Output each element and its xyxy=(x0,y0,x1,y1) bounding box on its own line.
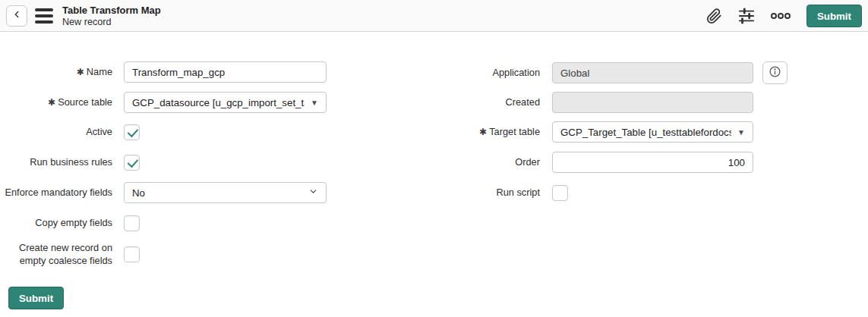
order-input[interactable] xyxy=(552,152,753,173)
table-transform-map-form: Table Transform Map New record Submit xyxy=(0,0,868,317)
field-row-application: Application xyxy=(425,61,788,84)
created-input xyxy=(552,92,753,113)
mandatory-icon: ✱ xyxy=(77,67,84,77)
field-row-order: Order xyxy=(425,152,753,173)
mandatory-icon: ✱ xyxy=(48,97,55,108)
create-new-record-checkbox[interactable] xyxy=(124,246,140,262)
mandatory-icon: ✱ xyxy=(479,127,487,137)
enforce-mandatory-fields-value: No xyxy=(132,187,145,199)
page-title: Table Transform Map xyxy=(62,5,161,17)
copy-empty-fields-label: Copy empty fields xyxy=(0,216,112,229)
field-row-enforce-mandatory-fields: Enforce mandatory fields No xyxy=(0,182,327,203)
header-title-block: Table Transform Map New record xyxy=(62,5,161,28)
application-info-button[interactable] xyxy=(762,61,788,84)
field-row-copy-empty-fields: Copy empty fields xyxy=(0,212,140,234)
dropdown-arrow-icon: ▼ xyxy=(737,128,745,137)
back-button[interactable] xyxy=(6,5,27,27)
field-row-active: Active xyxy=(0,121,140,143)
copy-empty-fields-checkbox[interactable] xyxy=(124,215,140,231)
chevron-down-icon xyxy=(308,186,318,199)
chevron-left-icon xyxy=(11,9,22,23)
enforce-mandatory-fields-label: Enforce mandatory fields xyxy=(0,186,112,199)
run-business-rules-label: Run business rules xyxy=(0,155,112,168)
target-table-select[interactable]: GCP_Target_Table [u_testtablefordocs] ▼ xyxy=(552,121,753,143)
application-label: Application xyxy=(425,66,540,79)
active-checkbox[interactable] xyxy=(124,124,140,140)
field-row-target-table: ✱Target table GCP_Target_Table [u_testta… xyxy=(425,121,753,143)
field-row-create-new-record: Create new record on empty coalesce fiel… xyxy=(0,241,140,268)
source-table-value: GCP_datasource [u_gcp_import_set_ta... xyxy=(132,97,305,108)
submit-button-footer[interactable]: Submit xyxy=(8,287,64,309)
created-label: Created xyxy=(425,96,540,108)
field-row-run-script: Run script xyxy=(425,182,568,203)
dropdown-arrow-icon: ▼ xyxy=(311,99,318,107)
source-table-select[interactable]: GCP_datasource [u_gcp_import_set_ta... ▼ xyxy=(124,92,327,113)
field-row-source-table: ✱Source table GCP_datasource [u_gcp_impo… xyxy=(0,92,327,113)
submit-button-header[interactable]: Submit xyxy=(806,5,862,27)
create-new-record-label: Create new record on empty coalesce fiel… xyxy=(0,241,112,268)
order-label: Order xyxy=(425,155,540,168)
attachment-paperclip-icon[interactable] xyxy=(706,8,722,24)
run-business-rules-checkbox[interactable] xyxy=(124,155,140,171)
target-table-value: GCP_Target_Table [u_testtablefordocs] xyxy=(560,127,731,138)
run-script-checkbox[interactable] xyxy=(552,185,568,201)
footer: Submit xyxy=(8,287,64,309)
field-row-name: ✱Name xyxy=(0,61,327,83)
personalize-form-sliders-icon[interactable] xyxy=(738,8,755,24)
context-menu-icon[interactable] xyxy=(35,8,53,24)
form-header: Table Transform Map New record Submit xyxy=(0,0,868,32)
header-actions: Submit xyxy=(706,0,862,32)
application-input xyxy=(552,62,753,83)
field-row-created: Created xyxy=(425,92,753,113)
run-script-label: Run script xyxy=(425,186,540,199)
source-table-label: ✱Source table xyxy=(0,96,112,108)
field-row-run-business-rules: Run business rules xyxy=(0,152,140,173)
target-table-label: ✱Target table xyxy=(425,125,540,138)
active-label: Active xyxy=(0,125,112,138)
name-input[interactable] xyxy=(124,61,327,83)
more-options-icon[interactable] xyxy=(771,12,791,20)
enforce-mandatory-fields-select[interactable]: No xyxy=(124,182,327,203)
info-icon xyxy=(769,65,781,81)
name-label: ✱Name xyxy=(0,65,112,78)
page-subtitle: New record xyxy=(62,17,161,28)
